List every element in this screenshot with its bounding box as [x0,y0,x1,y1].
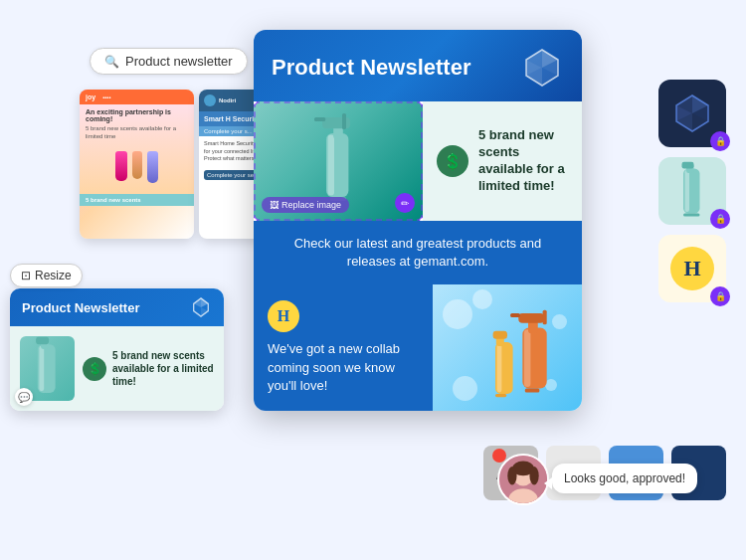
resize-button[interactable]: ⊡ Resize [10,264,83,287]
sel-dot-bl [254,217,258,221]
main-s2-text: Check our latest and greatest products a… [272,235,564,271]
right-icon-bottle[interactable]: 🔒 [658,157,726,225]
chat-icon[interactable]: 💬 [15,388,33,406]
bubble-1 [443,299,472,329]
main-newsletter-card: Product Newsletter [254,30,582,411]
svg-rect-44 [682,162,694,169]
main-section-1: 🖼 Replace image ✏ 💲 5 brand new scents a… [254,101,582,221]
collab-text: We've got a new collab coming soon we kn… [268,340,419,395]
mini-card-header: Product Newsletter [10,288,224,326]
speech-text: Looks good, approved! [564,471,685,485]
mini-card-title: Product Newsletter [22,300,139,315]
main-s3-left: H We've got a new collab coming soon we … [254,284,433,411]
pc1-tag: •••• [102,94,110,100]
pc1-brand: joy [86,93,95,100]
right-icon-H[interactable]: H 🔒 [658,235,726,302]
replace-image-label: Replace image [281,200,341,210]
main-s3-right [433,284,582,411]
gem-icon [520,46,564,90]
collab-icon: H [268,300,299,332]
svg-rect-11 [314,117,325,121]
svg-rect-25 [495,394,506,397]
main-card-title: Product Newsletter [272,55,471,81]
main-s1-image: 🖼 Replace image ✏ [254,101,423,221]
right-icon-gem[interactable]: 🔒 [658,80,726,147]
pc1-title: An exciting partnership is coming! [86,108,188,122]
sel-dot-br [419,217,423,221]
svg-rect-31 [39,346,44,392]
search-value: Product newsletter [125,54,233,69]
svg-rect-45 [683,214,700,217]
bottle-2-svg [482,326,532,406]
lock-badge-3: 🔒 [710,286,730,306]
spray-bg [433,284,582,411]
svg-rect-18 [510,313,520,317]
svg-rect-8 [328,135,334,196]
main-section-3: H We've got a new collab coming soon we … [254,284,582,411]
svg-rect-17 [518,313,544,323]
right-icons-panel: 🔒 🔒 H 🔒 [658,80,726,302]
H-icon: H [670,247,714,290]
replace-image-button[interactable]: 🖼 Replace image [262,197,349,213]
lock-badge-2: 🔒 [710,209,730,229]
edit-image-button[interactable]: ✏ [395,193,415,213]
replace-image-icon: 🖼 [270,200,279,210]
pc2-brand: Nodiri [219,97,236,103]
svg-point-51 [529,467,538,484]
search-bar[interactable]: 🔍 Product newsletter [90,48,248,75]
mini-content: 💲 5 brand new scents available for a lim… [83,349,214,388]
scent-icon: 💲 [437,145,468,177]
avatar [497,454,549,505]
mini-card: Product Newsletter 💲 5 brand new scents … [10,288,224,411]
preview-card-1: joy •••• An exciting partnership is comi… [80,90,194,239]
mini-section: 💲 5 brand new scents available for a lim… [10,326,224,411]
avatar-svg [499,454,547,505]
svg-rect-22 [497,344,502,393]
resize-icon: ⊡ [21,269,31,282]
avatar-area: Looks good, approved! [497,454,549,505]
main-section-2: Check our latest and greatest products a… [254,221,582,284]
right-bottle-icon [667,161,717,221]
svg-rect-12 [342,113,346,129]
main-s1-content: 💲 5 brand new scents available for a lim… [423,101,582,221]
edit-icon: ✏ [401,198,409,209]
bubble-4 [453,376,477,401]
sel-dot-tr [419,101,423,105]
lock-badge-1: 🔒 [710,131,730,151]
svg-rect-24 [493,331,507,339]
bubble-2 [472,289,492,309]
svg-point-50 [507,467,516,484]
svg-rect-33 [36,337,49,344]
dark-gem-icon [670,92,714,135]
main-card-header: Product Newsletter [254,30,582,101]
svg-rect-42 [685,170,690,212]
pc1-cta: 5 brand new scents [80,194,194,206]
mini-scent-icon: 💲 [83,357,106,381]
search-icon: 🔍 [104,55,119,69]
scent-text: 5 brand new scents available for a limit… [478,127,568,195]
pc1-desc: 5 brand new scents available for a limit… [86,125,188,141]
chat-symbol: 💬 [18,392,30,403]
notification-dot [492,449,506,463]
resize-label: Resize [35,269,72,282]
mini-scent-text: 5 brand new scents available for a limit… [112,349,214,388]
speech-bubble: Looks good, approved! [552,464,697,493]
svg-rect-19 [543,310,547,325]
sel-dot-tl [254,101,258,105]
mini-gem-icon [190,296,212,318]
